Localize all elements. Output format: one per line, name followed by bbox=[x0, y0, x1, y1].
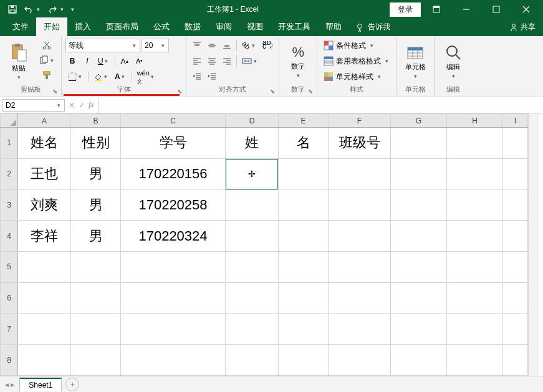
cell[interactable]: 王也 bbox=[18, 158, 71, 189]
cell[interactable] bbox=[503, 252, 528, 283]
align-top-icon[interactable] bbox=[190, 39, 204, 52]
borders-icon[interactable]: ▾ bbox=[65, 70, 85, 84]
merge-cells-icon[interactable]: ▾ bbox=[239, 54, 261, 68]
cell[interactable] bbox=[121, 252, 226, 283]
column-header[interactable]: H bbox=[447, 114, 503, 128]
cell[interactable] bbox=[503, 313, 528, 345]
tab-data[interactable]: 数据 bbox=[177, 17, 208, 36]
font-launcher-icon[interactable]: ⬊ bbox=[177, 88, 185, 95]
row-header[interactable]: 5 bbox=[1, 252, 18, 283]
sheet-nav[interactable]: ◂ ▸ bbox=[0, 380, 19, 389]
spreadsheet-grid[interactable]: ABCDEFGHI1姓名性别学号姓名班级号2王也男170220156✢3刘爽男1… bbox=[0, 113, 528, 376]
tab-review[interactable]: 审阅 bbox=[208, 17, 239, 36]
cell[interactable] bbox=[329, 158, 391, 189]
cell[interactable] bbox=[503, 158, 528, 189]
cell[interactable] bbox=[71, 282, 121, 313]
cell[interactable] bbox=[226, 221, 279, 252]
cell[interactable]: ✢ bbox=[226, 158, 279, 189]
row-header[interactable]: 6 bbox=[1, 282, 18, 313]
row-header[interactable]: 4 bbox=[1, 221, 18, 252]
column-header[interactable]: G bbox=[391, 114, 447, 128]
column-header[interactable]: I bbox=[503, 114, 528, 128]
cell[interactable] bbox=[226, 313, 279, 345]
tab-developer[interactable]: 开发工具 bbox=[271, 17, 318, 36]
select-all-corner[interactable] bbox=[1, 114, 18, 128]
conditional-format-button[interactable]: 条件格式▾ bbox=[321, 39, 377, 52]
minimize-icon[interactable] bbox=[452, 0, 481, 19]
column-header[interactable]: A bbox=[18, 114, 71, 128]
alignment-launcher-icon[interactable]: ⬊ bbox=[270, 88, 277, 95]
cell[interactable]: 性别 bbox=[71, 128, 121, 159]
tab-formulas[interactable]: 公式 bbox=[146, 17, 177, 36]
cell[interactable] bbox=[18, 313, 71, 345]
cells-button[interactable]: 单元格 ▾ bbox=[400, 39, 430, 84]
fill-color-icon[interactable]: ▾ bbox=[91, 70, 111, 84]
column-header[interactable]: D bbox=[226, 114, 279, 128]
close-icon[interactable] bbox=[512, 0, 541, 19]
bold-button[interactable]: B bbox=[65, 54, 79, 68]
cell[interactable] bbox=[391, 313, 447, 345]
cell[interactable] bbox=[503, 345, 528, 376]
cell[interactable]: 170220324 bbox=[121, 221, 226, 252]
decrease-indent-icon[interactable] bbox=[190, 70, 204, 84]
table-format-button[interactable]: 套用表格格式▾ bbox=[321, 54, 392, 68]
cell[interactable]: 学号 bbox=[121, 128, 226, 159]
undo-icon[interactable]: ▾ bbox=[22, 3, 42, 16]
cell[interactable] bbox=[329, 189, 391, 221]
cell[interactable] bbox=[503, 128, 528, 159]
number-format-button[interactable]: % 数字 ▾ bbox=[283, 39, 313, 84]
share-button[interactable]: 共享 bbox=[502, 18, 543, 36]
cell[interactable] bbox=[279, 313, 329, 345]
cell[interactable] bbox=[329, 282, 391, 313]
sheet-tab[interactable]: Sheet1 bbox=[19, 378, 62, 391]
align-middle-icon[interactable] bbox=[205, 39, 219, 52]
fx-icon[interactable]: fx bbox=[89, 100, 94, 110]
font-size-combo[interactable]: 20▾ bbox=[142, 39, 169, 52]
cell[interactable] bbox=[226, 345, 279, 376]
cell[interactable] bbox=[391, 252, 447, 283]
cell[interactable] bbox=[447, 128, 503, 159]
cell[interactable]: 男 bbox=[71, 189, 121, 221]
cell[interactable] bbox=[447, 252, 503, 283]
row-header[interactable]: 7 bbox=[1, 313, 18, 345]
save-icon[interactable] bbox=[6, 3, 19, 16]
cell[interactable] bbox=[391, 221, 447, 252]
cell[interactable] bbox=[447, 189, 503, 221]
tab-home[interactable]: 开始 bbox=[36, 17, 67, 36]
cell[interactable] bbox=[279, 221, 329, 252]
cell[interactable] bbox=[503, 189, 528, 221]
cell[interactable]: 李祥 bbox=[18, 221, 71, 252]
cell[interactable]: 刘爽 bbox=[18, 189, 71, 221]
cell[interactable] bbox=[447, 282, 503, 313]
redo-icon[interactable]: ▾ bbox=[46, 3, 66, 16]
align-bottom-icon[interactable] bbox=[220, 39, 234, 52]
cell[interactable] bbox=[226, 189, 279, 221]
cell[interactable] bbox=[391, 128, 447, 159]
cell[interactable] bbox=[391, 158, 447, 189]
row-header[interactable]: 1 bbox=[1, 128, 18, 159]
tab-layout[interactable]: 页面布局 bbox=[99, 17, 146, 36]
tell-me[interactable]: 告诉我 bbox=[349, 18, 396, 36]
increase-indent-icon[interactable] bbox=[205, 70, 219, 84]
row-header[interactable]: 3 bbox=[1, 189, 18, 221]
add-sheet-icon[interactable]: + bbox=[65, 378, 79, 391]
increase-font-icon[interactable]: A▴ bbox=[118, 54, 132, 68]
tab-file[interactable]: 文件 bbox=[5, 17, 36, 36]
column-header[interactable]: E bbox=[279, 114, 329, 128]
wrap-text-icon[interactable]: abc bbox=[260, 39, 275, 52]
cell[interactable]: 名 bbox=[279, 128, 329, 159]
cell[interactable]: 班级号 bbox=[329, 128, 391, 159]
cell[interactable] bbox=[447, 345, 503, 376]
ribbon-display-icon[interactable] bbox=[422, 0, 451, 19]
column-header[interactable]: B bbox=[71, 114, 121, 128]
row-header[interactable]: 8 bbox=[1, 345, 18, 376]
cell[interactable] bbox=[391, 282, 447, 313]
cell[interactable] bbox=[447, 221, 503, 252]
cell[interactable] bbox=[279, 189, 329, 221]
align-right-icon[interactable] bbox=[220, 54, 234, 68]
align-center-icon[interactable] bbox=[205, 54, 219, 68]
enter-formula-icon[interactable]: ✓ bbox=[79, 101, 85, 110]
name-box[interactable]: D2▾ bbox=[2, 99, 65, 112]
cell[interactable] bbox=[279, 252, 329, 283]
cell[interactable] bbox=[503, 282, 528, 313]
